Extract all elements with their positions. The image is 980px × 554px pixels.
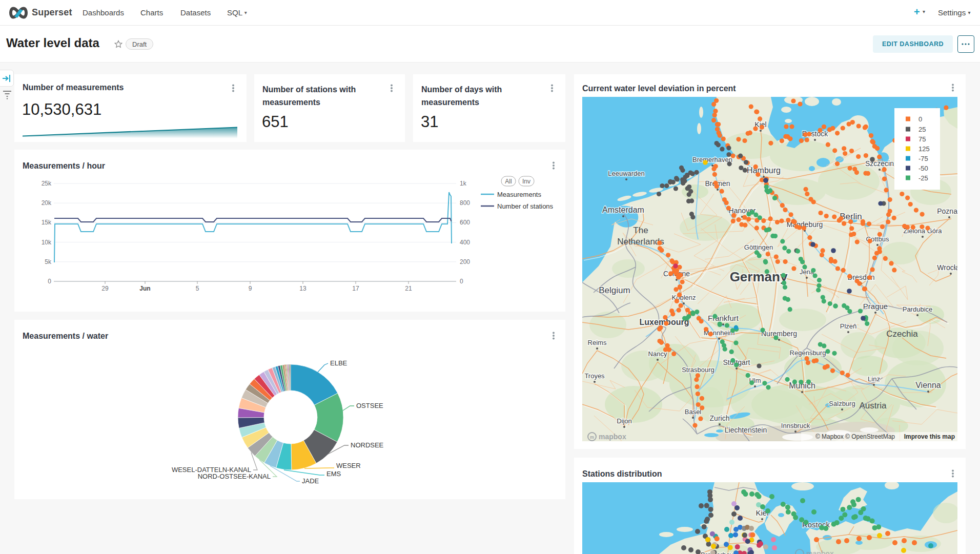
- svg-text:21: 21: [405, 285, 412, 292]
- svg-text:Number of stations: Number of stations: [497, 202, 554, 210]
- svg-text:0: 0: [460, 278, 463, 285]
- svg-text:Liechtenstein: Liechtenstein: [725, 426, 767, 434]
- svg-text:Wrocław: Wrocław: [937, 263, 965, 272]
- svg-text:600: 600: [460, 219, 470, 226]
- svg-text:Stations distribution: Stations distribution: [582, 469, 662, 478]
- svg-text:Amsterdam: Amsterdam: [602, 206, 644, 214]
- svg-text:25k: 25k: [42, 180, 52, 187]
- svg-text:25: 25: [918, 126, 926, 133]
- svg-text:Czechia: Czechia: [886, 329, 918, 339]
- svg-text:200: 200: [460, 258, 470, 265]
- svg-text:Regensburg: Regensburg: [790, 349, 826, 357]
- svg-text:20k: 20k: [42, 199, 52, 207]
- svg-text:17: 17: [352, 285, 359, 292]
- svg-text:Inv: Inv: [522, 178, 530, 185]
- svg-text:Plzeň: Plzeň: [840, 322, 857, 330]
- svg-text:5k: 5k: [45, 258, 52, 265]
- svg-text:9: 9: [249, 285, 252, 292]
- svg-text:Bremerhaven: Bremerhaven: [692, 156, 732, 163]
- svg-text:Austria: Austria: [860, 401, 887, 411]
- svg-text:Vienna: Vienna: [915, 381, 941, 389]
- svg-text:mapbox: mapbox: [599, 433, 626, 441]
- svg-text:Linz: Linz: [868, 375, 880, 383]
- svg-text:800: 800: [460, 199, 470, 207]
- svg-text:Basel: Basel: [685, 408, 702, 416]
- svg-text:mapbox: mapbox: [806, 549, 834, 554]
- svg-text:Measurements: Measurements: [497, 191, 541, 198]
- svg-text:15k: 15k: [42, 219, 52, 226]
- svg-text:Frankfurt: Frankfurt: [708, 314, 739, 322]
- svg-text:WESEL-DATTELN-KANAL: WESEL-DATTELN-KANAL: [172, 466, 251, 474]
- svg-text:m: m: [590, 435, 594, 440]
- svg-text:Troyes: Troyes: [584, 372, 605, 380]
- svg-text:Innsbruck: Innsbruck: [781, 422, 810, 429]
- svg-text:1k: 1k: [460, 180, 467, 187]
- svg-text:OSTSEE: OSTSEE: [356, 402, 383, 409]
- svg-text:-75: -75: [918, 155, 928, 162]
- svg-text:WESER: WESER: [336, 462, 361, 469]
- svg-text:Measurements / hour: Measurements / hour: [23, 161, 105, 170]
- svg-text:Salzburg: Salzburg: [829, 400, 855, 407]
- svg-text:Improve this map: Improve this map: [904, 433, 955, 440]
- svg-text:The: The: [633, 225, 648, 235]
- svg-text:Jun: Jun: [139, 285, 150, 292]
- svg-text:Reims: Reims: [588, 339, 607, 346]
- svg-text:75: 75: [918, 135, 926, 143]
- svg-text:Hamburg: Hamburg: [747, 166, 781, 175]
- svg-text:400: 400: [460, 239, 470, 246]
- svg-text:Dijon: Dijon: [617, 417, 632, 425]
- svg-text:EMS: EMS: [326, 470, 341, 478]
- svg-text:JADE: JADE: [302, 477, 319, 485]
- svg-text:Pardubice: Pardubice: [903, 305, 933, 313]
- svg-text:29: 29: [101, 285, 109, 292]
- svg-text:Poznań: Poznań: [937, 207, 961, 215]
- svg-text:Current water level deviation: Current water level deviation in percent: [582, 84, 736, 93]
- svg-text:NORD-OSTSEE-KANAL: NORD-OSTSEE-KANAL: [198, 473, 271, 480]
- svg-text:Netherlands: Netherlands: [617, 237, 664, 247]
- svg-text:-25: -25: [918, 174, 928, 182]
- svg-text:125: 125: [918, 145, 930, 153]
- svg-text:Zurich: Zurich: [710, 414, 730, 422]
- svg-text:Leeuwarden: Leeuwarden: [608, 170, 645, 177]
- svg-text:Prague: Prague: [863, 302, 888, 311]
- svg-text:Belgium: Belgium: [599, 285, 630, 295]
- svg-text:Nuremberg: Nuremberg: [761, 330, 797, 338]
- svg-text:5: 5: [196, 285, 199, 292]
- svg-text:13: 13: [299, 285, 307, 292]
- svg-text:Strasbourg: Strasbourg: [682, 366, 714, 374]
- svg-text:© Mapbox © OpenStreetMap: © Mapbox © OpenStreetMap: [815, 433, 895, 440]
- svg-text:0: 0: [48, 278, 51, 285]
- svg-text:Germany: Germany: [730, 269, 788, 284]
- svg-text:NORDSEE: NORDSEE: [351, 441, 384, 449]
- svg-text:10k: 10k: [42, 239, 52, 246]
- svg-text:0: 0: [918, 115, 922, 123]
- svg-text:All: All: [505, 178, 512, 185]
- svg-text:-50: -50: [918, 165, 928, 172]
- svg-text:Göttingen: Göttingen: [744, 243, 773, 251]
- svg-text:Measurements / water: Measurements / water: [23, 332, 108, 340]
- svg-text:ELBE: ELBE: [330, 359, 348, 367]
- svg-text:Szczecin: Szczecin: [865, 159, 894, 168]
